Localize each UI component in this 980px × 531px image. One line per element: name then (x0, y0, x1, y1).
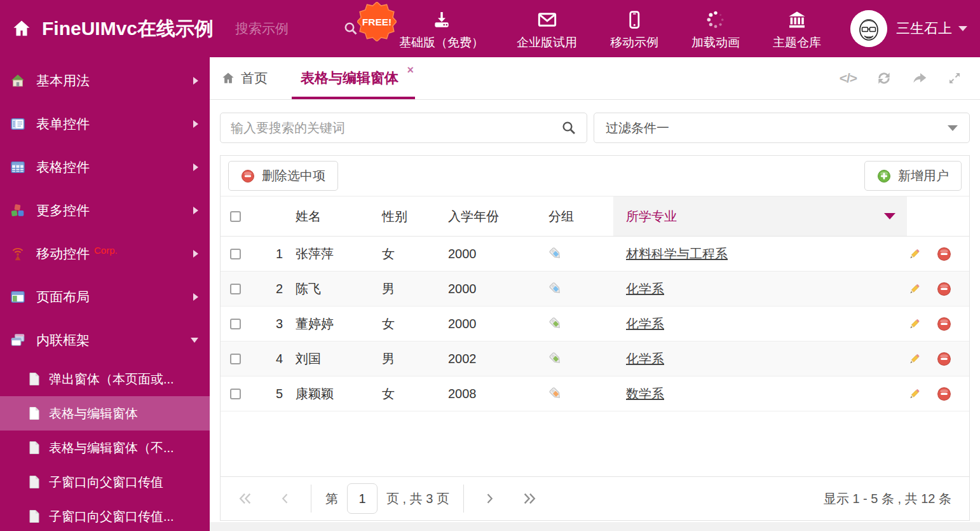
nav-enterprise-trial[interactable]: 企业版试用 (517, 7, 577, 51)
home-logo-icon[interactable] (11, 18, 32, 39)
sidebar-item-label: 基本用法 (36, 72, 90, 90)
sidebar-item-page-layout[interactable]: 页面布局 (0, 275, 210, 319)
envelope-icon (536, 7, 558, 30)
table-row: 2陈飞男2000化学系 (221, 272, 969, 307)
search-icon[interactable] (343, 21, 358, 36)
header-search-input[interactable] (235, 21, 330, 36)
filter-dropdown[interactable]: 过滤条件一 (594, 113, 970, 143)
sidebar-item-basic-usage[interactable]: 基本用法 (0, 59, 210, 102)
nav-label: 基础版（免费） (399, 34, 484, 51)
tab-home[interactable]: 首页 (221, 57, 268, 99)
cell-year: 2002 (435, 341, 536, 376)
row-index: 3 (259, 307, 283, 341)
edit-icon[interactable] (907, 387, 922, 401)
column-header-gender[interactable]: 性别 (369, 197, 435, 236)
major-link[interactable]: 化学系 (626, 280, 664, 298)
sidebar-item-inline-frame[interactable]: 内联框架 (0, 319, 210, 362)
grid-body: 1张萍萍女2000材料科学与工程系2陈飞男2000化学系3董婷婷女2000化学系… (221, 237, 969, 411)
delete-selected-button[interactable]: 删除选中项 (228, 161, 338, 191)
sidebar-item-form-controls[interactable]: 表单控件 (0, 102, 210, 146)
delete-row-icon[interactable] (937, 247, 951, 261)
sidebar-item-mobile-controls[interactable]: 移动控件 Corp. (0, 232, 210, 275)
delete-row-icon[interactable] (937, 387, 951, 401)
major-link[interactable]: 化学系 (626, 350, 664, 368)
chevron-right-icon (193, 77, 198, 85)
nav-basic-free[interactable]: FREE! 基础版（免费） (399, 7, 484, 51)
sidebar-subitem-popup-window[interactable]: 弹出窗体（本页面或... (0, 362, 210, 396)
sidebar-subitem-child-to-parent[interactable]: 子窗口向父窗口传值 (0, 465, 210, 499)
add-user-button[interactable]: 新增用户 (864, 161, 962, 191)
cell-gender: 男 (369, 341, 435, 376)
select-all-checkbox[interactable] (230, 211, 241, 222)
expand-icon[interactable] (947, 71, 962, 86)
sidebar-item-more-controls[interactable]: 更多控件 (0, 189, 210, 232)
table-row: 3董婷婷女2000化学系 (221, 307, 969, 341)
column-menu-arrow-icon[interactable] (884, 213, 895, 219)
edit-icon[interactable] (907, 352, 922, 366)
chevron-right-icon (193, 120, 198, 128)
view-source-icon[interactable]: </> (840, 71, 857, 86)
sidebar-subitem-grid-edit-window-2[interactable]: 表格与编辑窗体（不... (0, 431, 210, 465)
sidebar-subitem-child-to-parent-2[interactable]: 子窗口向父窗口传值... (0, 499, 210, 531)
sidebar-item-label: 表格控件 (36, 158, 90, 176)
tag-icon (548, 386, 564, 401)
edit-icon[interactable] (907, 247, 922, 261)
free-badge: FREE! (357, 2, 397, 41)
edit-icon[interactable] (907, 317, 922, 331)
user-menu[interactable]: 三生石上 (850, 10, 980, 47)
cell-year: 2000 (435, 307, 536, 341)
column-header-name[interactable]: 姓名 (283, 197, 369, 236)
search-icon[interactable] (561, 120, 576, 135)
row-checkbox[interactable] (230, 319, 241, 329)
sidebar-subitem-grid-edit-window[interactable]: 表格与编辑窗体 (0, 396, 210, 431)
delete-row-icon[interactable] (937, 282, 951, 296)
tab-grid-edit-window[interactable]: 表格与编辑窗体 × (292, 57, 415, 99)
column-header-year[interactable]: 入学年份 (435, 197, 536, 236)
filter-row: 过滤条件一 (220, 113, 970, 143)
nav-theme-repo[interactable]: 主题仓库 (773, 7, 821, 51)
delete-row-icon[interactable] (937, 352, 951, 366)
major-link[interactable]: 化学系 (626, 315, 664, 333)
share-icon[interactable] (911, 70, 928, 86)
cell-name: 刘国 (283, 341, 369, 376)
nav-label: 主题仓库 (773, 34, 821, 51)
row-checkbox[interactable] (230, 284, 241, 294)
last-page-icon[interactable] (522, 492, 536, 506)
nav-label: 加载动画 (691, 34, 740, 51)
major-link[interactable]: 材料科学与工程系 (626, 245, 728, 263)
windows-icon (10, 333, 25, 348)
nav-loading-animation[interactable]: 加载动画 (691, 7, 740, 51)
refresh-icon[interactable] (876, 70, 892, 86)
first-page-icon[interactable] (238, 492, 252, 506)
sidebar-item-label: 移动控件 (36, 245, 90, 263)
page-number-input[interactable]: 1 (347, 483, 378, 514)
keyword-search-input[interactable] (231, 121, 561, 135)
column-header-group[interactable]: 分组 (536, 197, 613, 236)
chevron-right-icon (193, 293, 198, 301)
cell-name: 陈飞 (283, 272, 369, 306)
page-prefix: 第 (325, 490, 338, 507)
sidebar-item-grid-controls[interactable]: 表格控件 (0, 146, 210, 189)
page-content: 过滤条件一 删除选中项 新增用户 姓名 性别 入学年份 (210, 100, 980, 521)
row-checkbox[interactable] (230, 389, 241, 399)
next-page-icon[interactable] (483, 492, 496, 506)
edit-icon[interactable] (907, 282, 922, 296)
major-link[interactable]: 数学系 (626, 385, 664, 403)
grid-panel: 删除选中项 新增用户 姓名 性别 入学年份 分组 所学专业 (220, 155, 970, 521)
column-header-major[interactable]: 所学专业 (613, 197, 907, 236)
file-icon (28, 475, 41, 489)
download-icon (432, 7, 452, 30)
tab-toolbar: </> (840, 57, 980, 99)
delete-row-icon[interactable] (937, 317, 951, 331)
row-checkbox[interactable] (230, 354, 241, 364)
cell-name: 康颖颖 (283, 376, 369, 411)
house-icon (10, 73, 25, 88)
row-checkbox[interactable] (230, 249, 241, 259)
column-header-index (259, 197, 283, 236)
close-icon[interactable]: × (407, 64, 414, 76)
tab-bar: 首页 表格与编辑窗体 × </> (210, 57, 980, 100)
nav-mobile-demo[interactable]: 移动示例 (610, 7, 658, 51)
header-search (235, 21, 358, 36)
pagination-bar: 第 1 页 , 共 3 页 显示 1 - 5 条 , 共 12 条 (221, 476, 969, 520)
prev-page-icon[interactable] (279, 492, 292, 506)
